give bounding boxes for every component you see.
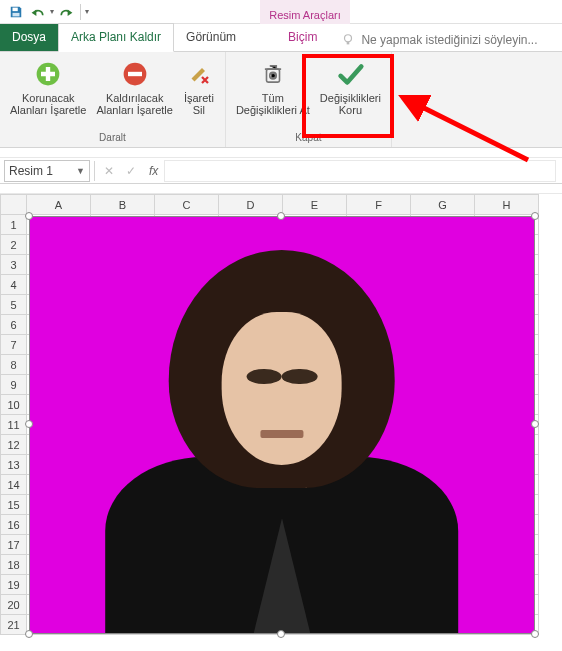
tab-remove-background[interactable]: Arka Planı Kaldır xyxy=(58,23,174,52)
row-header[interactable]: 2 xyxy=(1,235,27,255)
resize-handle[interactable] xyxy=(531,630,539,638)
ribbon-group-refine: Korunacak Alanları İşaretle Kaldırılacak… xyxy=(0,52,226,147)
group-label: Kapat xyxy=(295,130,321,145)
row-header[interactable]: 6 xyxy=(1,315,27,335)
trash-icon xyxy=(257,58,289,90)
svg-rect-0 xyxy=(13,7,18,11)
row-header[interactable]: 5 xyxy=(1,295,27,315)
mark-areas-keep-button[interactable]: Korunacak Alanları İşaretle xyxy=(6,56,90,118)
fx-icon[interactable]: fx xyxy=(149,164,158,178)
enter-icon: ✓ xyxy=(123,164,139,178)
ribbon-group-close: Tüm Değişiklikleri At Değişiklikleri Kor… xyxy=(226,52,392,147)
tab-file[interactable]: Dosya xyxy=(0,24,58,51)
col-header[interactable]: D xyxy=(219,195,283,215)
row-header[interactable]: 11 xyxy=(1,415,27,435)
lightbulb-icon xyxy=(341,33,355,47)
row-header[interactable]: 14 xyxy=(1,475,27,495)
qat-customize-icon[interactable]: ▾ xyxy=(85,7,89,16)
row-header[interactable]: 10 xyxy=(1,395,27,415)
quick-access-toolbar: ▾ ▾ Resim Araçları xyxy=(0,0,562,24)
name-box[interactable]: Resim 1 ▼ xyxy=(4,160,90,182)
name-box-value: Resim 1 xyxy=(9,164,53,178)
checkmark-icon xyxy=(334,58,366,90)
formula-controls: ✕ ✓ fx xyxy=(95,164,164,178)
button-label: Kaldırılacak Alanları İşaretle xyxy=(96,92,172,116)
resize-handle[interactable] xyxy=(277,212,285,220)
button-label: İşareti Sil xyxy=(184,92,214,116)
col-header[interactable]: E xyxy=(283,195,347,215)
col-header[interactable]: A xyxy=(27,195,91,215)
svg-rect-1 xyxy=(13,12,20,16)
button-label: Değişiklikleri Koru xyxy=(320,92,381,116)
row-header[interactable]: 7 xyxy=(1,335,27,355)
formula-bar-row: Resim 1 ▼ ✕ ✓ fx xyxy=(0,158,562,184)
mark-areas-remove-button[interactable]: Kaldırılacak Alanları İşaretle xyxy=(92,56,176,118)
pencil-x-icon xyxy=(183,58,215,90)
col-header[interactable]: C xyxy=(155,195,219,215)
redo-icon[interactable] xyxy=(56,2,76,22)
worksheet-grid-wrap: A B C D E F G H 123456789101112131415161… xyxy=(0,194,562,635)
keep-changes-button[interactable]: Değişiklikleri Koru xyxy=(316,56,385,118)
row-header[interactable]: 3 xyxy=(1,255,27,275)
tell-me-placeholder: Ne yapmak istediğinizi söyleyin... xyxy=(361,33,537,47)
select-all-corner[interactable] xyxy=(1,195,27,215)
spacer xyxy=(0,148,562,158)
undo-dropdown-icon[interactable]: ▾ xyxy=(50,7,54,16)
row-header[interactable]: 1 xyxy=(1,215,27,235)
resize-handle[interactable] xyxy=(25,420,33,428)
save-icon[interactable] xyxy=(6,2,26,22)
chevron-down-icon[interactable]: ▼ xyxy=(76,166,85,176)
row-header[interactable]: 15 xyxy=(1,495,27,515)
minus-circle-icon xyxy=(119,58,151,90)
row-header[interactable]: 18 xyxy=(1,555,27,575)
undo-icon[interactable] xyxy=(28,2,48,22)
resize-handle[interactable] xyxy=(277,630,285,638)
button-label: Korunacak Alanları İşaretle xyxy=(10,92,86,116)
row-header[interactable]: 8 xyxy=(1,355,27,375)
plus-circle-icon xyxy=(32,58,64,90)
resize-handle[interactable] xyxy=(531,212,539,220)
row-header[interactable]: 19 xyxy=(1,575,27,595)
col-header[interactable]: G xyxy=(411,195,475,215)
row-header[interactable]: 17 xyxy=(1,535,27,555)
cancel-icon: ✕ xyxy=(101,164,117,178)
row-header[interactable]: 20 xyxy=(1,595,27,615)
inserted-picture[interactable] xyxy=(29,216,535,634)
col-header[interactable]: B xyxy=(91,195,155,215)
row-header[interactable]: 13 xyxy=(1,455,27,475)
formula-input[interactable] xyxy=(164,160,556,182)
tab-format[interactable]: Biçim xyxy=(276,24,329,51)
tell-me-box[interactable]: Ne yapmak istediğinizi söyleyin... xyxy=(341,29,537,51)
delete-mark-button[interactable]: İşareti Sil xyxy=(179,56,219,118)
row-header[interactable]: 9 xyxy=(1,375,27,395)
group-label: Daralt xyxy=(99,130,126,145)
resize-handle[interactable] xyxy=(25,212,33,220)
portrait-illustration xyxy=(106,250,459,633)
row-header[interactable]: 21 xyxy=(1,615,27,635)
col-header[interactable]: H xyxy=(475,195,539,215)
ribbon-tabstrip: Dosya Arka Planı Kaldır Görünüm Biçim Ne… xyxy=(0,24,562,52)
svg-point-2 xyxy=(345,35,352,42)
discard-changes-button[interactable]: Tüm Değişiklikleri At xyxy=(232,56,314,118)
svg-rect-3 xyxy=(347,42,350,45)
picture-background xyxy=(30,217,534,633)
tab-view[interactable]: Görünüm xyxy=(174,24,248,51)
row-header[interactable]: 12 xyxy=(1,435,27,455)
row-header[interactable]: 16 xyxy=(1,515,27,535)
col-header[interactable]: F xyxy=(347,195,411,215)
row-header[interactable]: 4 xyxy=(1,275,27,295)
spacer xyxy=(0,184,562,194)
resize-handle[interactable] xyxy=(25,630,33,638)
button-label: Tüm Değişiklikleri At xyxy=(236,92,310,116)
resize-handle[interactable] xyxy=(531,420,539,428)
ribbon: Korunacak Alanları İşaretle Kaldırılacak… xyxy=(0,52,562,148)
